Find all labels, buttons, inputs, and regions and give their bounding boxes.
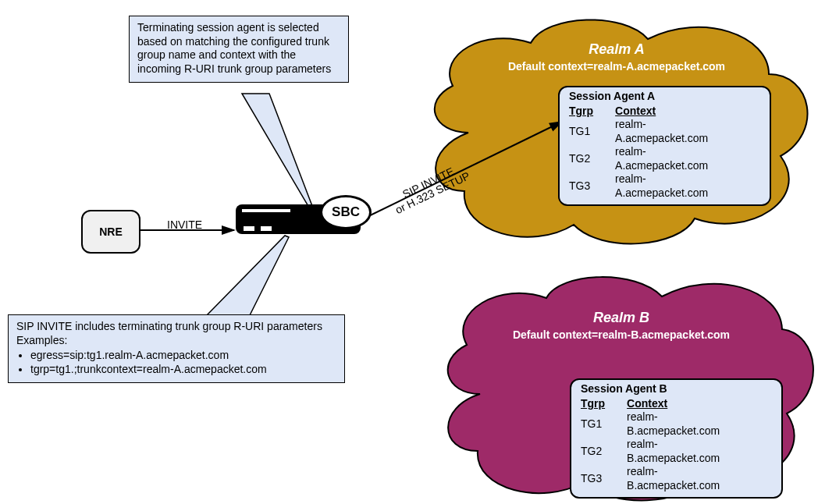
table-row: TG3realm-B.acmepacket.com (581, 465, 772, 492)
link-label-invite: INVITE (167, 218, 202, 231)
session-agent-b-title: Session Agent B (581, 382, 772, 396)
session-agent-a-table: Tgrp Context TG1realm-A.acmepacket.com T… (569, 105, 760, 201)
callout-terminating-agent: Terminating session agent is selected ba… (129, 16, 349, 83)
session-agent-a-title: Session Agent A (569, 90, 760, 104)
table-row: TG2realm-B.acmepacket.com (581, 438, 772, 465)
nre-label: NRE (99, 225, 123, 238)
callout-bottom-bullet: tgrp=tg1.;trunkcontext=realm-A.acmepacke… (30, 363, 336, 377)
th-tgrp: Tgrp (569, 105, 615, 119)
sbc-slot (242, 209, 290, 212)
sbc-label-oval: SBC (320, 195, 372, 229)
svg-marker-1 (242, 94, 312, 208)
table-row: TG1realm-B.acmepacket.com (581, 410, 772, 438)
realm-b-subtitle: Default context=realm-B.acmepacket.com (434, 328, 809, 341)
th-context: Context (615, 105, 760, 119)
callout-sip-invite-examples: SIP INVITE includes terminating trunk gr… (8, 314, 345, 383)
realm-a-subtitle: Default context=realm-A.acmepacket.com (421, 60, 812, 73)
sbc-port (261, 226, 272, 231)
svg-marker-2 (207, 236, 289, 315)
sbc-port (244, 226, 254, 231)
realm-a-title: Realm A (421, 41, 812, 58)
session-agent-b: Session Agent B Tgrp Context TG1realm-B.… (570, 378, 783, 499)
table-row: TG3realm-A.acmepacket.com (569, 172, 760, 200)
realm-b-title: Realm B (434, 310, 809, 326)
session-agent-b-table: Tgrp Context TG1realm-B.acmepacket.com T… (581, 397, 772, 493)
th-context: Context (627, 397, 772, 411)
callout-terminating-agent-text: Terminating session agent is selected ba… (137, 21, 331, 75)
callout-bottom-line2: Examples: (16, 334, 336, 348)
callout-bottom-line1: SIP INVITE includes terminating trunk gr… (16, 320, 336, 334)
node-nre: NRE (81, 210, 140, 254)
sbc-label-text: SBC (332, 204, 360, 220)
th-tgrp: Tgrp (581, 397, 627, 411)
callout-bottom-bullet: egress=sip:tg1.realm-A.acmepacket.com (30, 349, 336, 363)
table-row: TG1realm-A.acmepacket.com (569, 118, 760, 145)
sbc-ports (244, 226, 272, 231)
diagram-stage: SIP INVITE or H.323 SETUP NRE SBC INVITE… (0, 0, 818, 504)
session-agent-a: Session Agent A Tgrp Context TG1realm-A.… (558, 86, 771, 206)
table-row: TG2realm-A.acmepacket.com (569, 145, 760, 172)
